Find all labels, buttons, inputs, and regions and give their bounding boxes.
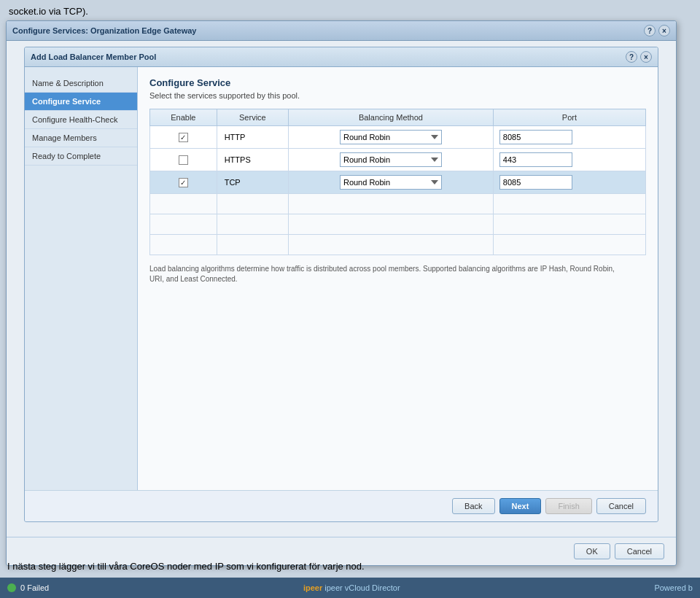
main-content: Configure Service Select the services su… — [138, 67, 658, 490]
back-button[interactable]: Back — [452, 498, 494, 514]
tcp-enable-cell — [150, 171, 217, 194]
service-table: Enable Service Balancing Method Port — [149, 109, 646, 255]
tcp-enable-checkbox[interactable] — [179, 178, 188, 187]
outer-dialog-controls: ? × — [644, 25, 670, 36]
brand-text: ipeer ipeer vCloud Director — [303, 583, 400, 592]
cancel-button[interactable]: Cancel — [596, 498, 646, 514]
inner-dialog-title: Add Load Balancer Member Pool — [31, 53, 156, 61]
finish-button[interactable]: Finish — [545, 498, 591, 514]
outer-dialog-title: Configure Services: Organization Edge Ga… — [12, 26, 196, 35]
table-row: HTTPS Round Robin IP Hash URI Least Conn… — [150, 149, 646, 171]
outer-close-button[interactable]: × — [658, 25, 670, 36]
col-enable: Enable — [150, 109, 217, 126]
sidebar-item-name-desc[interactable]: Name & Description — [25, 74, 137, 93]
col-balancing: Balancing Method — [289, 109, 494, 126]
inner-dialog: Add Load Balancer Member Pool ? × Name &… — [24, 47, 658, 522]
https-enable-cell — [150, 149, 217, 171]
http-port-input[interactable] — [499, 130, 572, 144]
outer-dialog-titlebar: Configure Services: Organization Edge Ga… — [7, 21, 676, 41]
outer-help-button[interactable]: ? — [644, 25, 656, 36]
http-enable-cell — [150, 126, 217, 149]
inner-dialog-body: Name & Description Configure Service Con… — [25, 67, 658, 490]
http-port-cell — [493, 126, 645, 149]
inner-help-button[interactable]: ? — [626, 51, 637, 63]
col-service: Service — [217, 109, 288, 126]
top-text: socket.io via TCP). — [0, 0, 700, 23]
inner-dialog-titlebar: Add Load Balancer Member Pool ? × — [25, 47, 658, 67]
https-port-input[interactable] — [499, 152, 572, 167]
bottom-text: I nästa steg lägger vi till våra CoreOS … — [7, 561, 693, 572]
inner-dialog-footer: Back Next Finish Cancel — [25, 490, 658, 521]
https-enable-checkbox[interactable] — [179, 155, 188, 165]
http-enable-checkbox[interactable] — [179, 133, 188, 142]
outer-dialog-body: Add Load Balancer Member Pool ? × Name &… — [7, 41, 676, 537]
tcp-port-cell — [493, 171, 645, 194]
tcp-balancing-select[interactable]: Round Robin IP Hash URI Least Connected — [340, 175, 442, 190]
wizard-sidebar: Name & Description Configure Service Con… — [25, 67, 138, 490]
tcp-service-cell: TCP — [217, 171, 288, 194]
inner-close-button[interactable]: × — [640, 51, 652, 63]
sidebar-item-manage-members[interactable]: Manage Members — [25, 129, 137, 147]
http-service-cell: HTTP — [217, 126, 288, 149]
outer-cancel-button[interactable]: Cancel — [615, 543, 664, 559]
http-balancing-cell: Round Robin IP Hash URI Least Connected — [289, 126, 494, 149]
inner-dialog-controls: ? × — [626, 51, 652, 63]
section-subtitle: Select the services supported by this po… — [149, 91, 646, 100]
sidebar-item-configure-health[interactable]: Configure Health-Check — [25, 111, 137, 129]
failed-count: 0 Failed — [20, 583, 49, 592]
sidebar-item-ready-complete[interactable]: Ready to Complete — [25, 147, 137, 166]
status-indicator — [7, 583, 16, 592]
table-row — [150, 214, 646, 235]
table-row — [150, 235, 646, 255]
http-balancing-select[interactable]: Round Robin IP Hash URI Least Connected — [340, 130, 442, 144]
table-row: HTTP Round Robin IP Hash URI Least Conne… — [150, 126, 646, 149]
tcp-balancing-cell: Round Robin IP Hash URI Least Connected — [289, 171, 494, 194]
https-balancing-cell: Round Robin IP Hash URI Least Connected — [289, 149, 494, 171]
section-title: Configure Service — [149, 77, 646, 88]
sidebar-item-configure-service[interactable]: Configure Service — [25, 93, 137, 111]
powered-text: Powered b — [654, 583, 693, 592]
status-left: 0 Failed — [7, 583, 49, 592]
tcp-port-input[interactable] — [499, 175, 572, 190]
status-bar: 0 Failed ipeer ipeer vCloud Director Pow… — [0, 578, 700, 598]
table-row: TCP Round Robin IP Hash URI Least Connec… — [150, 171, 646, 194]
col-port: Port — [493, 109, 645, 126]
balancing-note: Load balancing algorithms determine how … — [149, 264, 616, 284]
next-button[interactable]: Next — [499, 498, 542, 514]
outer-dialog: Configure Services: Organization Edge Ga… — [6, 20, 677, 566]
outer-ok-button[interactable]: OK — [574, 543, 610, 559]
table-row — [150, 194, 646, 214]
https-port-cell — [493, 149, 645, 171]
https-service-cell: HTTPS — [217, 149, 288, 171]
https-balancing-select[interactable]: Round Robin IP Hash URI Least Connected — [340, 152, 442, 167]
